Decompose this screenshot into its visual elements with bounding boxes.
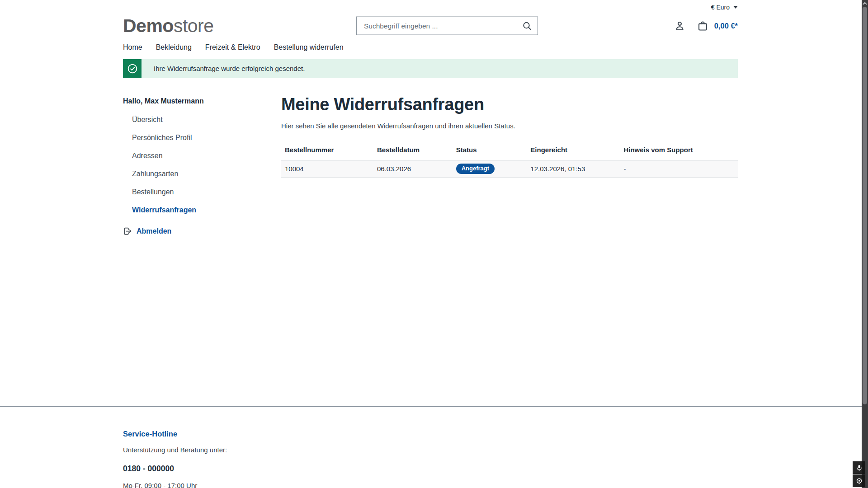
scrollbar-thumb[interactable]: [863, 7, 867, 404]
record-icon: [855, 477, 863, 485]
page-subtitle: Hier sehen Sie alle gesendeten Widerrufs…: [281, 122, 738, 130]
table-row: 10004 06.03.2026 Angefragt 12.03.2026, 0…: [281, 160, 738, 178]
sidebar-item-bestellungen[interactable]: Bestellungen: [132, 188, 281, 196]
nav-item-bestellung-widerrufen[interactable]: Bestellung widerrufen: [274, 43, 344, 52]
logo-bold-part: Demo: [123, 15, 174, 36]
header: Demostore: [123, 13, 738, 39]
revocation-requests-table: Bestellnummer Bestelldatum Status Einger…: [281, 141, 738, 178]
cell-bestelldatum: 06.03.2026: [373, 160, 453, 178]
page-title: Meine Widerrufsanfragen: [281, 95, 738, 115]
cart-total: 0,00 €*: [714, 22, 738, 30]
search-icon: [522, 20, 533, 31]
search-box: [356, 17, 538, 35]
header-bestellnummer: Bestellnummer: [281, 141, 373, 160]
currency-label: € Euro: [711, 4, 730, 11]
logout-label: Abmelden: [137, 227, 171, 235]
header-status: Status: [453, 141, 527, 160]
nav-item-home[interactable]: Home: [123, 43, 142, 52]
cart-button[interactable]: 0,00 €*: [697, 20, 738, 32]
sidebar-item-adressen[interactable]: Adressen: [132, 152, 281, 160]
alert-message: Ihre Widerrufsanfrage wurde erfolgreich …: [142, 59, 738, 78]
cell-status: Angefragt: [453, 160, 527, 178]
storefront-page: € Euro Demostore: [0, 0, 868, 488]
account-layout: Hallo, Max Mustermann Übersicht Persönli…: [123, 95, 738, 236]
currency-selector[interactable]: € Euro: [711, 4, 738, 11]
footer-phone-number: 0180 - 000000: [123, 464, 738, 474]
sidebar-item-widerrufsanfragen[interactable]: Widerrufsanfragen: [132, 206, 281, 214]
table-header-row: Bestellnummer Bestelldatum Status Einger…: [281, 141, 738, 160]
search-input[interactable]: [357, 17, 517, 35]
header-eingereicht: Eingereicht: [527, 141, 620, 160]
header-actions: 0,00 €*: [674, 20, 738, 32]
sidebar-item-zahlungsarten[interactable]: Zahlungsarten: [132, 170, 281, 178]
nav-item-freizeit-elektro[interactable]: Freizeit & Elektro: [205, 43, 260, 52]
logout-link[interactable]: Abmelden: [123, 226, 281, 236]
logo-light-part: store: [174, 15, 214, 36]
account-button[interactable]: [674, 20, 686, 32]
footer-opening-hours: Mo-Fr, 09:00 - 17:00 Uhr: [123, 482, 738, 488]
scrollbar[interactable]: [862, 0, 868, 488]
footer-hotline-text: Unterstützung und Beratung unter:: [123, 446, 738, 454]
cell-eingereicht: 12.03.2026, 01:53: [527, 160, 620, 178]
cell-hinweis: -: [620, 160, 738, 178]
nav-item-bekleidung[interactable]: Bekleidung: [156, 43, 192, 52]
success-check-icon: [123, 59, 142, 78]
caret-down-icon: [733, 6, 738, 9]
scrollbar-up-icon[interactable]: [862, 0, 868, 6]
account-icon: [674, 20, 686, 32]
cart-icon: [697, 20, 709, 32]
account-sidebar: Hallo, Max Mustermann Übersicht Persönli…: [123, 95, 281, 236]
sidebar-greeting: Hallo, Max Mustermann: [123, 97, 281, 105]
footer-hotline-title[interactable]: Service-Hotline: [123, 430, 738, 438]
cell-bestellnummer: 10004: [281, 160, 373, 178]
topbar: € Euro: [123, 0, 738, 11]
main-nav: Home Bekleidung Freizeit & Elektro Beste…: [123, 43, 738, 52]
header-bestelldatum: Bestelldatum: [373, 141, 453, 160]
mic-icon: [855, 464, 863, 472]
status-badge: Angefragt: [456, 164, 495, 174]
footer: Service-Hotline Unterstützung und Beratu…: [0, 406, 868, 488]
mic-overlay-button[interactable]: [853, 461, 865, 474]
search-button[interactable]: [517, 17, 538, 35]
account-main: Meine Widerrufsanfragen Hier sehen Sie a…: [281, 95, 738, 236]
success-alert: Ihre Widerrufsanfrage wurde erfolgreich …: [123, 59, 738, 78]
record-overlay-button[interactable]: [853, 474, 865, 487]
logout-icon: [123, 226, 132, 236]
shop-logo[interactable]: Demostore: [123, 17, 214, 35]
header-hinweis-vom-support: Hinweis vom Support: [620, 141, 738, 160]
sidebar-item-persoenliches-profil[interactable]: Persönliches Profil: [132, 134, 281, 142]
sidebar-item-uebersicht[interactable]: Übersicht: [132, 116, 281, 124]
